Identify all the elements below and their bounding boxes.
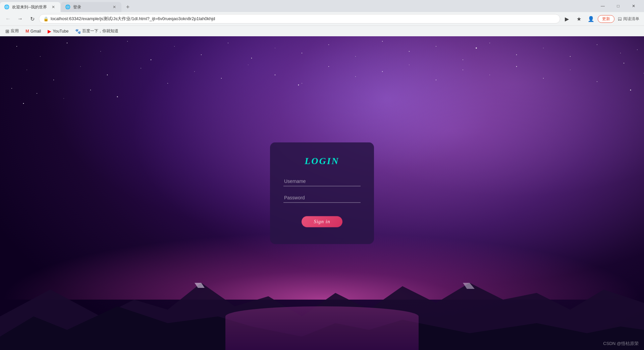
tab-2[interactable]: 🌐 登录 ✕ <box>61 2 121 12</box>
bookmark-baidu[interactable]: 🐾 百度一下，你就知道 <box>72 27 121 35</box>
minimize-button[interactable]: — <box>595 1 610 11</box>
tab-1-title: 欢迎来到--我的世界 <box>12 4 48 10</box>
reading-list-button[interactable]: 🕮 阅读清单 <box>616 16 641 22</box>
nav-bar: ← → ↻ 🔒 localhost:63342/example/js测试/Js大… <box>0 12 644 26</box>
back-button[interactable]: ← <box>3 13 13 24</box>
update-button[interactable]: 更新 <box>598 15 614 23</box>
browser-chrome: 🌐 欢迎来到--我的世界 ✕ 🌐 登录 ✕ + — □ ✕ ← → ↻ 🔒 <box>0 0 644 36</box>
username-group <box>283 177 361 186</box>
tab-1[interactable]: 🌐 欢迎来到--我的世界 ✕ <box>0 2 60 12</box>
page-content: LOGIN Sign in CSDN @悟枯原荣 <box>0 36 644 350</box>
cast-button[interactable]: ▶ <box>561 13 572 24</box>
tab-2-title: 登录 <box>73 4 109 10</box>
new-tab-button[interactable]: + <box>123 2 133 12</box>
tab-1-favicon: 🌐 <box>4 4 9 10</box>
baidu-label: 百度一下，你就知道 <box>82 28 118 34</box>
address-bar[interactable]: 🔒 localhost:63342/example/js测试/Js大作业/1dl… <box>39 14 560 24</box>
close-button[interactable]: ✕ <box>626 1 641 11</box>
lake-reflection <box>225 306 419 350</box>
youtube-label: YouTube <box>53 29 68 34</box>
lock-icon: 🔒 <box>43 16 49 21</box>
gmail-icon: M <box>25 29 29 34</box>
gmail-label: Gmail <box>31 29 41 34</box>
bookmark-youtube[interactable]: ▶ YouTube <box>45 28 71 35</box>
apps-icon: ⊞ <box>5 29 9 34</box>
watermark: CSDN @悟枯原荣 <box>603 341 639 347</box>
tab-1-close[interactable]: ✕ <box>50 4 56 10</box>
tab-strip: 🌐 欢迎来到--我的世界 ✕ 🌐 登录 ✕ + <box>0 0 592 12</box>
nav-right-controls: ▶ ★ 👤 更新 🕮 阅读清单 <box>561 13 641 24</box>
bookmark-button[interactable]: ★ <box>574 13 584 24</box>
apps-label: 应用 <box>11 28 19 34</box>
tab-2-favicon: 🌐 <box>65 4 70 10</box>
signin-button[interactable]: Sign in <box>302 216 342 227</box>
address-text: localhost:63342/example/js测试/Js大作业/1dl.h… <box>51 16 556 22</box>
login-title: LOGIN <box>305 156 339 167</box>
maximize-button[interactable]: □ <box>610 1 626 11</box>
reading-list-icon: 🕮 <box>618 16 622 21</box>
bookmarks-bar: ⊞ 应用 M Gmail ▶ YouTube 🐾 百度一下，你就知道 <box>0 26 644 36</box>
youtube-icon: ▶ <box>48 29 51 34</box>
password-group <box>283 193 361 203</box>
username-input[interactable] <box>283 177 361 186</box>
refresh-button[interactable]: ↻ <box>27 13 38 24</box>
profile-button[interactable]: 👤 <box>586 13 596 24</box>
bookmark-apps[interactable]: ⊞ 应用 <box>3 27 21 35</box>
login-card: LOGIN Sign in <box>270 142 374 244</box>
forward-button[interactable]: → <box>15 13 25 24</box>
watermark-text: CSDN @悟枯原荣 <box>603 341 639 346</box>
bookmark-gmail[interactable]: M Gmail <box>23 28 44 35</box>
password-input[interactable] <box>283 193 361 203</box>
reading-list-label: 阅读清单 <box>623 16 639 22</box>
baidu-icon: 🐾 <box>75 29 81 34</box>
tab-2-close[interactable]: ✕ <box>111 4 117 10</box>
title-bar: 🌐 欢迎来到--我的世界 ✕ 🌐 登录 ✕ + — □ ✕ <box>0 0 644 12</box>
window-controls: — □ ✕ <box>592 1 644 11</box>
